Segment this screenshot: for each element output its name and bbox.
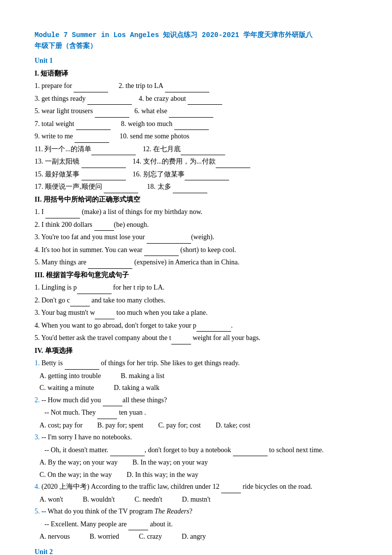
blank-17 bbox=[104, 193, 138, 193]
blank-IV-4 bbox=[221, 493, 241, 493]
phrase-row-8: 15. 最好做某事 16. 别忘了做某事 bbox=[35, 169, 357, 181]
phrase-4-label: 4. be crazy about bbox=[139, 95, 188, 102]
italic-title: The Readers bbox=[155, 508, 189, 515]
mc-q1: 1. Betty is of things for her trip. She … bbox=[35, 357, 357, 370]
blank-16 bbox=[185, 180, 229, 180]
mc-q1-optD: D. taking a walk bbox=[114, 382, 159, 394]
fill-q4: 4. It's too hot in summer. You can wear … bbox=[35, 244, 357, 256]
blank-13 bbox=[81, 168, 126, 168]
phrase-row-3: 5. wear light trousers 6. what else bbox=[35, 105, 357, 118]
mc-q3-optC: C. On the way; in the way bbox=[39, 469, 112, 481]
blank-15 bbox=[81, 180, 126, 180]
blank-2 bbox=[165, 92, 209, 92]
phrase-row-4: 7. total weight 8. weigh too much bbox=[35, 118, 357, 130]
phrase-18-label: 18. 太多 bbox=[147, 183, 173, 190]
blank-III-2 bbox=[70, 306, 90, 306]
complete-q5: 5. You'd better ask the travel company a… bbox=[35, 332, 357, 344]
section-II: II. 用括号中所给词的正确形式填空 1. I (make) a list of… bbox=[35, 194, 357, 269]
blank-1 bbox=[74, 92, 108, 92]
mc-q1-optB: B. making a list bbox=[120, 370, 164, 383]
mc-q5-optC: C. crazy bbox=[139, 531, 162, 543]
phrase-row-9: 17. 顺便说一声,顺便问 18. 太多 bbox=[35, 181, 357, 193]
unit2-header: Unit 2 bbox=[35, 546, 357, 555]
mc-q3-options2: C. On the way; in the way D. In this way… bbox=[35, 469, 357, 481]
complete-q2: 2. Don't go c and take too many clothes. bbox=[35, 295, 357, 307]
blank-6 bbox=[169, 117, 213, 118]
blank-IV-3b bbox=[233, 456, 268, 456]
section-I: I. 短语翻译 1. prepare for 2. the trip to LA… bbox=[35, 68, 357, 193]
blank-II-2 bbox=[94, 230, 114, 231]
section-III: III. 根据首字母和句意完成句子 1. Lingling is p for h… bbox=[35, 269, 357, 344]
mc-q1-options: A. getting into trouble B. making a list bbox=[35, 370, 357, 383]
phrase-row-6: 11. 列一个...的清单 12. 在七月底 bbox=[35, 143, 357, 156]
mc-q2-sub: -- Not much. They ten yuan . bbox=[44, 407, 357, 419]
mc-q3: 3. -- I'm sorry I have no notebooks. bbox=[35, 431, 357, 444]
mc-q5-options: A. nervous B. worried C. crazy D. angry bbox=[35, 531, 357, 543]
blank-IV-5 bbox=[128, 530, 148, 530]
section-IV-header: IV. 单项选择 bbox=[35, 345, 357, 357]
blank-8 bbox=[174, 129, 209, 130]
blank-5 bbox=[95, 117, 129, 118]
mc-q4-optB: B. wouldn't bbox=[83, 494, 115, 506]
section-II-header: II. 用括号中所给词的正确形式填空 bbox=[35, 194, 357, 206]
section-III-header: III. 根据首字母和句意完成句子 bbox=[35, 269, 357, 282]
mc-q2-optA: A. cost; pay for bbox=[39, 420, 82, 432]
fill-q5: 5. Many things are (expensive) in Americ… bbox=[35, 256, 357, 269]
mc-q3-sub: -- Oh, it doesn't matter. , don't forget… bbox=[44, 444, 357, 457]
phrase-2-label: 2. the trip to LA bbox=[118, 82, 164, 89]
blank-II-4 bbox=[144, 256, 179, 256]
page-title: Module 7 Summer in Los Angeles 知识点练习 202… bbox=[35, 30, 357, 52]
phrase-5-label: 5. wear light trousers bbox=[35, 107, 95, 115]
phrase-9-label: 9. write to me bbox=[35, 132, 75, 140]
phrase-row-1: 1. prepare for 2. the trip to LA bbox=[35, 80, 357, 92]
phrase-7-label: 7. total weight bbox=[35, 120, 76, 128]
mc-q2-optC: C. pay for; cost bbox=[158, 420, 200, 432]
section-IV: IV. 单项选择 1. Betty is of things for her t… bbox=[35, 345, 357, 543]
phrase-6-label: 6. what else bbox=[134, 107, 169, 115]
mc-q2-optB: B. pay for; spent bbox=[97, 420, 143, 432]
phrase-row-7: 13. 一副太阳镜 14. 支付...的费用，为...付款 bbox=[35, 156, 357, 168]
mc-q5-sub: -- Excellent. Many people are about it. bbox=[44, 518, 357, 531]
blank-II-3 bbox=[147, 243, 191, 244]
phrase-1-num: 1. prepare for bbox=[35, 82, 74, 89]
unit1-header: Unit 1 bbox=[35, 55, 357, 67]
mc-q5-optD: D. angry bbox=[182, 531, 206, 543]
blank-IV-1 bbox=[65, 369, 99, 370]
phrase-row-2: 3. get things ready 4. be crazy about bbox=[35, 93, 357, 105]
blank-12 bbox=[181, 155, 225, 155]
mc-q1-optC: C. waiting a minute bbox=[39, 382, 94, 394]
blank-14 bbox=[216, 168, 250, 168]
phrase-row-5: 9. write to me 10. send me some photos bbox=[35, 130, 357, 143]
mc-q5-optB: B. worried bbox=[89, 531, 119, 543]
blank-III-5 bbox=[171, 344, 191, 344]
phrase-13-label: 13. 一副太阳镜 bbox=[35, 158, 81, 165]
blank-III-3 bbox=[95, 319, 115, 319]
mc-q4-optD: D. mustn't bbox=[182, 494, 211, 506]
phrase-17-label: 17. 顺便说一声,顺便问 bbox=[35, 183, 104, 190]
blank-IV-3a bbox=[110, 456, 145, 456]
blank-9 bbox=[75, 142, 109, 143]
blank-18 bbox=[173, 193, 207, 193]
phrase-15-label: 15. 最好做某事 bbox=[35, 171, 81, 178]
blank-4 bbox=[188, 104, 222, 105]
mc-q4-optA: A. won't bbox=[39, 494, 63, 506]
phrase-14-label: 14. 支付...的费用，为...付款 bbox=[133, 158, 216, 165]
mc-q5: 5. -- What do you think of the TV progra… bbox=[35, 506, 357, 518]
mc-q2-optD: D. take; cost bbox=[216, 420, 250, 432]
blank-IV-2a bbox=[103, 406, 122, 406]
mc-q3-optD: D. In this way; in the way bbox=[127, 469, 198, 481]
blank-IV-2b bbox=[97, 419, 117, 419]
blank-II-1 bbox=[45, 218, 80, 218]
phrase-3-label: 3. get things ready bbox=[35, 95, 87, 102]
mc-q2-options: A. cost; pay for B. pay for; spent C. pa… bbox=[35, 420, 357, 432]
blank-III-1 bbox=[77, 294, 112, 294]
fill-q1: 1. I (make) a list of things for my birt… bbox=[35, 206, 357, 218]
blank-II-5 bbox=[88, 268, 132, 269]
mc-q5-optA: A. nervous bbox=[39, 531, 70, 543]
mc-q4-optC: C. needn't bbox=[134, 494, 162, 506]
mc-q2: 2. -- How much did you all these things? bbox=[35, 394, 357, 407]
phrase-8-label: 8. weigh too much bbox=[121, 120, 174, 128]
mc-q3-options: A. By the way; on your way B. In the way… bbox=[35, 457, 357, 469]
mc-q1-options2: C. waiting a minute D. taking a walk bbox=[35, 382, 357, 394]
phrase-10-label: 10. send me some photos bbox=[119, 132, 189, 140]
